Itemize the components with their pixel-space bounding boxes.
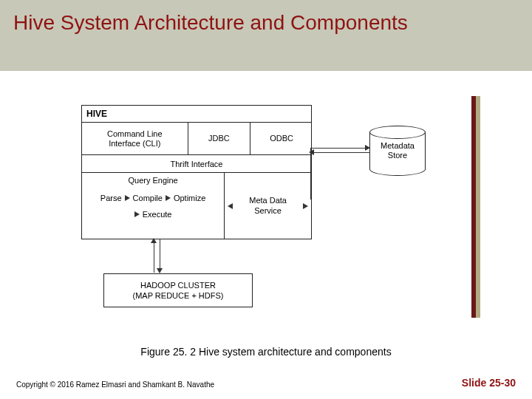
hive-box: HIVE Command Line Interface (CLI) JDBC O… (81, 105, 312, 239)
hadoop-box: HADOOP CLUSTER (MAP REDUCE + HDFS) (103, 273, 253, 307)
jdbc-cell: JDBC (188, 123, 251, 155)
arrow-right-icon (134, 211, 140, 217)
arrow-right-icon (166, 195, 171, 201)
hive-label: HIVE (82, 106, 311, 122)
hadoop-line2: (MAP REDUCE + HDFS) (133, 290, 224, 301)
title-band: Hive System Architecture and Components (0, 0, 532, 71)
parse-label: Parse (100, 194, 122, 202)
thrift-row: Thrift Interface (82, 154, 311, 173)
query-flow-2: Execute (82, 210, 224, 219)
cli-cell: Command Line Interface (CLI) (82, 123, 188, 155)
odbc-cell: ODBC (250, 123, 313, 155)
interface-row: Command Line Interface (CLI) JDBC ODBC (82, 122, 311, 155)
arrow-left-icon (228, 203, 233, 209)
figure-caption: Figure 25. 2 Hive system architecture an… (0, 346, 532, 358)
arrow-right-icon (125, 195, 130, 201)
metadata-store-cylinder: Metadata Store (369, 126, 426, 176)
meta-service: Meta Data Service (225, 173, 311, 239)
query-flow-1: Parse Compile Optimize (82, 194, 224, 202)
optimize-label: Optimize (174, 194, 205, 202)
arrow-right-icon (303, 203, 308, 209)
query-engine: Query Engine Parse Compile Optimize Exec… (82, 173, 225, 239)
slide-number: Slide 25-30 (462, 377, 516, 389)
query-engine-title: Query Engine (82, 176, 224, 185)
slide-title: Hive System Architecture and Components (13, 10, 519, 35)
engine-row: Query Engine Parse Compile Optimize Exec… (82, 172, 311, 239)
arrow-up-icon (151, 238, 157, 243)
arrow-down-icon (157, 268, 163, 273)
diagram: HIVE Command Line Interface (CLI) JDBC O… (44, 103, 458, 325)
footer: Copyright © 2016 Ramez Elmasri and Shamk… (16, 377, 516, 389)
execute-label: Execute (143, 210, 172, 219)
accent-band (471, 96, 480, 318)
copyright-text: Copyright © 2016 Ramez Elmasri and Shamk… (16, 381, 214, 389)
compile-label: Compile (133, 194, 163, 202)
arrow-right-icon (365, 145, 370, 151)
hadoop-line1: HADOOP CLUSTER (140, 280, 216, 290)
